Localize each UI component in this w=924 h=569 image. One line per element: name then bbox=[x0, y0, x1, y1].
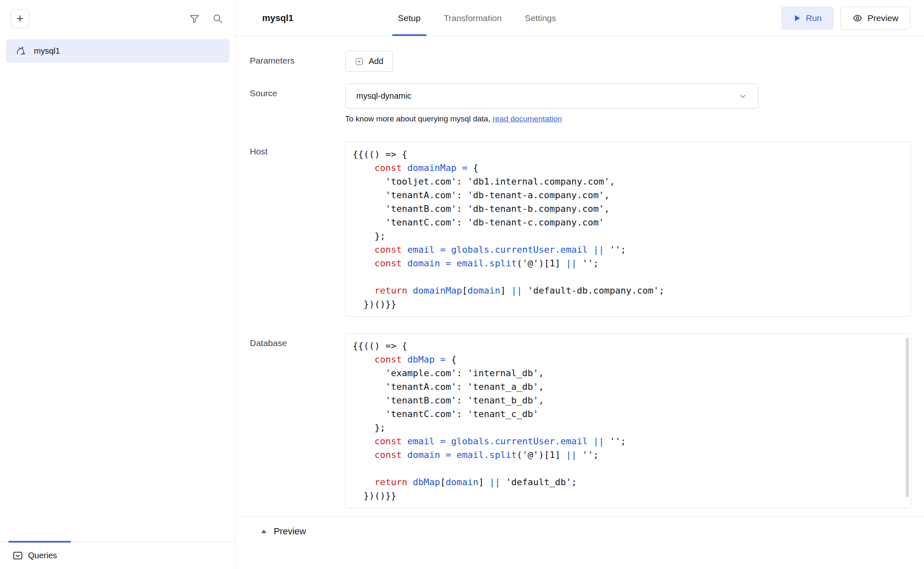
tab-settings[interactable]: Settings bbox=[517, 0, 564, 36]
source-select-value: mysql-dynamic bbox=[356, 91, 411, 101]
query-editor-main: mysql1 Setup Transformation Settings Run bbox=[236, 0, 924, 569]
source-row: Source mysql-dynamic To know more about … bbox=[236, 83, 924, 123]
tab-transformation[interactable]: Transformation bbox=[436, 0, 509, 36]
source-select[interactable]: mysql-dynamic bbox=[345, 83, 758, 109]
database-row: Database {{(() => { const dbMap = { 'exa… bbox=[236, 333, 924, 508]
helper-text-prefix: To know more about querying mysql data, bbox=[345, 114, 493, 123]
queries-bottom-tab[interactable]: Queries bbox=[12, 550, 57, 561]
preview-button-label: Preview bbox=[867, 13, 898, 23]
database-label: Database bbox=[236, 333, 345, 348]
host-label: Host bbox=[236, 142, 345, 156]
queries-tab-label: Queries bbox=[28, 551, 57, 560]
query-list: mysql1 bbox=[0, 37, 235, 542]
mysql-icon bbox=[15, 45, 27, 57]
add-parameter-button[interactable]: Add bbox=[345, 51, 393, 72]
host-row: Host {{(() => { const domainMap = { 'too… bbox=[236, 142, 924, 317]
code-scrollbar bbox=[906, 338, 909, 504]
header-actions: Run Preview bbox=[781, 0, 910, 36]
parameters-row: Parameters Add bbox=[236, 51, 924, 72]
run-button-label: Run bbox=[806, 13, 822, 23]
app-window: + bbox=[0, 0, 924, 569]
query-title: mysql1 bbox=[262, 13, 294, 24]
queries-sidebar: + bbox=[0, 0, 236, 569]
source-label: Source bbox=[236, 83, 345, 98]
query-editor-header: mysql1 Setup Transformation Settings Run bbox=[236, 0, 924, 36]
add-query-button[interactable]: + bbox=[11, 9, 29, 28]
add-parameter-label: Add bbox=[369, 57, 384, 66]
host-code-editor[interactable]: {{(() => { const domainMap = { 'tooljet.… bbox=[345, 142, 911, 317]
query-list-item-mysql1[interactable]: mysql1 bbox=[6, 39, 230, 63]
run-button[interactable]: Run bbox=[781, 7, 834, 30]
parameters-label: Parameters bbox=[236, 51, 345, 66]
chevron-down-icon bbox=[738, 92, 747, 101]
collapse-caret-icon[interactable] bbox=[261, 529, 267, 534]
filter-icon[interactable] bbox=[189, 13, 200, 24]
query-item-label: mysql1 bbox=[34, 46, 60, 56]
setup-form: Parameters Add bbox=[236, 36, 924, 569]
preview-section-label: Preview bbox=[274, 526, 306, 537]
editor-tabs: Setup Transformation Settings bbox=[391, 0, 564, 36]
source-helper-text: To know more about querying mysql data, … bbox=[345, 114, 758, 123]
database-code-editor[interactable]: {{(() => { const dbMap = { 'example.com'… bbox=[345, 333, 911, 508]
sidebar-bottom-bar: Queries bbox=[0, 542, 235, 569]
code-scrollbar-thumb[interactable] bbox=[906, 338, 909, 497]
queries-icon bbox=[12, 550, 23, 561]
plus-square-icon bbox=[355, 57, 364, 66]
sidebar-header: + bbox=[0, 0, 235, 37]
preview-section-header: Preview bbox=[236, 517, 924, 537]
search-icon[interactable] bbox=[212, 13, 223, 24]
eye-icon bbox=[853, 13, 862, 23]
read-documentation-link[interactable]: read documentation bbox=[493, 114, 562, 123]
tab-setup[interactable]: Setup bbox=[391, 0, 428, 36]
preview-button[interactable]: Preview bbox=[841, 7, 910, 30]
play-icon bbox=[794, 14, 801, 22]
active-tab-indicator bbox=[8, 541, 71, 543]
